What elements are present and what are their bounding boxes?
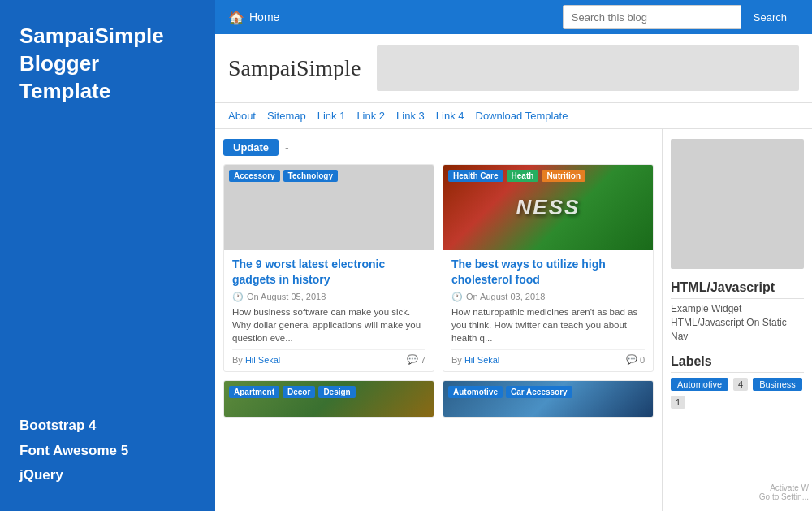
menu-link2[interactable]: Link 2 <box>356 110 385 122</box>
sidebar-widget-title: HTML/Javascript <box>671 280 804 299</box>
tag-automotive[interactable]: Automotive <box>448 386 503 398</box>
top-nav-right: Search <box>563 5 799 29</box>
post-title-1[interactable]: The 9 worst latest electronic gadgets in… <box>232 257 425 288</box>
home-link[interactable]: Home <box>249 11 279 24</box>
sidebar-bottom-line3: jQuery <box>19 463 196 488</box>
post-date-1: On August 05, 2018 <box>247 292 326 301</box>
update-badge[interactable]: Update <box>223 139 279 156</box>
comment-icon-2: 💬 <box>626 354 637 365</box>
tag-nutrition[interactable]: Nutrition <box>542 170 585 182</box>
post-card-2: Health Care Heath Nutrition NESS The bes… <box>443 164 654 372</box>
search-input[interactable] <box>563 5 741 29</box>
menu-link3[interactable]: Link 3 <box>396 110 425 122</box>
post-card-3: Apartment Decor Design <box>223 380 434 418</box>
top-nav-left: 🏠 Home <box>228 10 279 25</box>
post-excerpt-2: How naturopathic medicines aren't as bad… <box>451 305 645 344</box>
post-image-4: Automotive Car Accessory <box>443 381 653 418</box>
tag-decor[interactable]: Decor <box>283 386 315 398</box>
blog-header: SampaiSimple <box>215 34 812 103</box>
tag-heath[interactable]: Heath <box>507 170 539 182</box>
clock-icon-2: 🕐 <box>451 292 463 302</box>
watermark: Activate WGo to Settin... <box>756 482 812 503</box>
sidebar-title: SampaiSimple Blogger Template <box>19 23 196 105</box>
update-dash: - <box>285 141 289 154</box>
post-image-1: Accessory Technology <box>224 165 434 250</box>
comment-icon-1: 💬 <box>407 354 418 365</box>
body-area: Update - Accessory Technology The 9 wors… <box>215 129 812 511</box>
header-ad-banner <box>377 45 799 91</box>
post-author-2: By Hil Sekal <box>451 355 499 365</box>
tag-healthcare[interactable]: Health Care <box>448 170 503 182</box>
post-tags-3: Apartment Decor Design <box>229 386 356 398</box>
post-tags-1: Accessory Technology <box>229 170 338 182</box>
sidebar-bottom: Bootstrap 4 Font Awesome 5 jQuery <box>19 414 196 488</box>
top-nav: 🏠 Home Search <box>215 0 812 34</box>
search-button[interactable]: Search <box>741 5 799 29</box>
post-card-1: Accessory Technology The 9 worst latest … <box>223 164 434 372</box>
menu-nav: About Sitemap Link 1 Link 2 Link 3 Link … <box>215 103 812 129</box>
main-content: 🏠 Home Search SampaiSimple About Sitemap… <box>215 0 812 511</box>
label-business-count: 1 <box>671 396 685 409</box>
menu-link1[interactable]: Link 1 <box>317 110 346 122</box>
post-author-name-2[interactable]: Hil Sekal <box>464 355 499 365</box>
labels-title: Labels <box>671 354 804 373</box>
post-grid: Accessory Technology The 9 worst latest … <box>223 164 654 418</box>
label-business[interactable]: Business <box>753 378 802 391</box>
post-card-4: Automotive Car Accessory <box>443 380 654 418</box>
menu-link4[interactable]: Link 4 <box>436 110 464 122</box>
update-tab: Update - <box>223 139 654 156</box>
tag-technology[interactable]: Technology <box>283 170 338 182</box>
labels-list: Automotive 4 Business 1 <box>671 378 804 409</box>
sidebar-widget-text: Example Widget HTML/Javascript On Static… <box>671 302 804 343</box>
post-tags-4: Automotive Car Accessory <box>448 386 572 398</box>
left-sidebar: SampaiSimple Blogger Template Bootstrap … <box>0 0 215 511</box>
sidebar-bottom-line1: Bootstrap 4 <box>19 414 196 439</box>
post-tags-2: Health Care Heath Nutrition <box>448 170 585 182</box>
menu-about[interactable]: About <box>228 110 256 122</box>
tag-design[interactable]: Design <box>318 386 355 398</box>
tag-accessory[interactable]: Accessory <box>229 170 280 182</box>
sidebar-bottom-line2: Font Awesome 5 <box>19 439 196 464</box>
posts-area: Update - Accessory Technology The 9 wors… <box>215 129 662 511</box>
post-footer-1: By Hil Sekal 💬 7 <box>232 349 425 365</box>
menu-download[interactable]: Download Template <box>476 110 568 122</box>
post-footer-2: By Hil Sekal 💬 0 <box>451 349 645 365</box>
label-automotive-count: 4 <box>733 378 748 391</box>
post-body-1: The 9 worst latest electronic gadgets in… <box>224 250 434 371</box>
home-icon: 🏠 <box>228 10 244 25</box>
right-sidebar: HTML/Javascript Example Widget HTML/Java… <box>662 129 812 511</box>
sidebar-ad-banner <box>671 139 804 269</box>
post-meta-1: 🕐 On August 05, 2018 <box>232 292 425 302</box>
tag-car-accessory[interactable]: Car Accessory <box>506 386 572 398</box>
post-comments-2: 💬 0 <box>626 354 645 365</box>
comment-count-2: 0 <box>640 355 645 365</box>
post-comments-1: 💬 7 <box>407 354 425 365</box>
label-automotive[interactable]: Automotive <box>671 378 728 391</box>
post-body-2: The best ways to utilize high cholestero… <box>443 250 653 371</box>
post-author-1: By Hil Sekal <box>232 355 280 365</box>
comment-count-1: 7 <box>421 355 425 365</box>
post-image-3: Apartment Decor Design <box>224 381 434 418</box>
post-author-name-1[interactable]: Hil Sekal <box>245 355 280 365</box>
clock-icon-1: 🕐 <box>232 292 244 302</box>
food-image-text: NESS <box>516 195 581 220</box>
menu-sitemap[interactable]: Sitemap <box>267 110 306 122</box>
post-date-2: On August 03, 2018 <box>466 292 545 301</box>
post-title-2[interactable]: The best ways to utilize high cholestero… <box>451 257 645 288</box>
blog-logo: SampaiSimple <box>228 55 361 81</box>
tag-apartment[interactable]: Apartment <box>229 386 279 398</box>
post-image-2: Health Care Heath Nutrition NESS <box>443 165 653 250</box>
post-excerpt-1: How business software can make you sick.… <box>232 305 425 344</box>
post-meta-2: 🕐 On August 03, 2018 <box>451 292 645 302</box>
